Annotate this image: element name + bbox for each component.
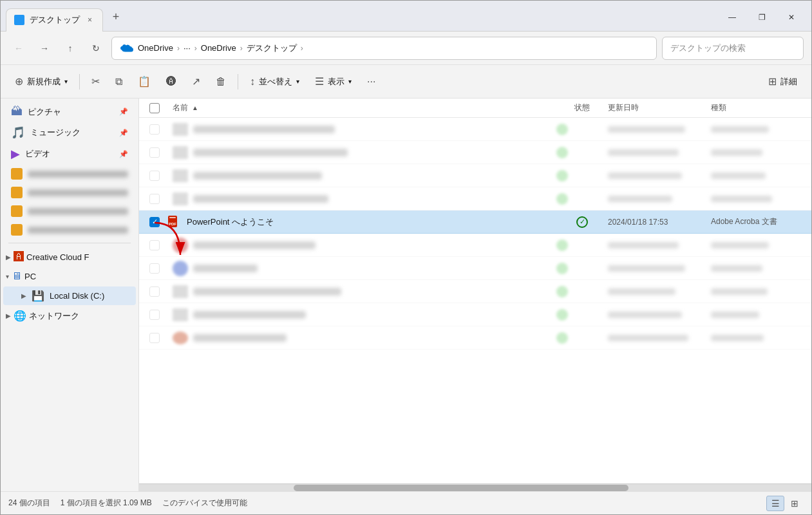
table-row[interactable] xyxy=(139,234,811,257)
sidebar-item-blurred-3[interactable] xyxy=(3,202,136,220)
row-checkbox[interactable] xyxy=(149,124,160,135)
table-row[interactable] xyxy=(139,141,811,164)
column-name[interactable]: 名前 ▲ xyxy=(173,102,556,113)
active-tab[interactable]: デスクトップ × xyxy=(6,8,103,32)
search-placeholder: デスクトップの検索 xyxy=(670,42,746,54)
list-view-button[interactable]: ☰ xyxy=(766,496,784,511)
cut-button[interactable]: ✂ xyxy=(85,71,106,91)
row-checkbox[interactable] xyxy=(149,194,160,204)
row-checkbox[interactable] xyxy=(149,147,160,158)
sidebar-item-blurred-4[interactable] xyxy=(3,221,136,239)
table-row-selected[interactable]: ✓ PDF PowerPoint へようこそ ✓ 2024/01/18 17:5… xyxy=(139,211,811,234)
breadcrumb-onedrive-2[interactable]: OneDrive xyxy=(201,43,236,53)
table-row[interactable] xyxy=(139,326,811,350)
breadcrumb[interactable]: OneDrive › ··· › OneDrive › デスクトップ › xyxy=(111,37,657,60)
row-checkbox[interactable] xyxy=(149,286,160,297)
sidebar-item-blurred-2[interactable] xyxy=(3,183,136,201)
sidebar-divider xyxy=(8,243,131,243)
file-icon-blurred xyxy=(173,169,188,182)
row-checkbox[interactable] xyxy=(149,171,160,181)
back-button[interactable]: ← xyxy=(8,38,29,59)
main-content: 🏔 ピクチャ 📌 🎵 ミュージック 📌 ▶ ビデオ 📌 xyxy=(1,98,811,491)
rename-button[interactable]: 🅐 xyxy=(160,72,183,91)
detail-button[interactable]: ⊞ 詳細 xyxy=(762,71,804,91)
row-checkbox[interactable] xyxy=(149,263,160,274)
pin-icon-video: 📌 xyxy=(119,150,128,158)
table-row[interactable] xyxy=(139,118,811,141)
new-tab-button[interactable]: + xyxy=(106,7,126,28)
scrollbar-thumb[interactable] xyxy=(294,485,628,491)
view-button[interactable]: ☰ 表示 ▾ xyxy=(308,71,358,91)
paste-button[interactable]: 📋 xyxy=(131,71,157,91)
expand-icon-pc: ▾ xyxy=(6,273,9,280)
sidebar-label-cc: Creative Cloud F xyxy=(26,252,90,262)
delete-button[interactable]: 🗑 xyxy=(209,72,232,91)
sort-arrow-icon: ▲ xyxy=(192,104,198,111)
refresh-button[interactable]: ↻ xyxy=(86,38,106,59)
sidebar-label-music: ミュージック xyxy=(30,127,80,138)
file-icon-blurred xyxy=(173,192,188,205)
up-button[interactable]: ↑ xyxy=(60,38,80,59)
sidebar-label-network: ネットワーク xyxy=(29,310,79,322)
file-icon-blurred xyxy=(173,285,188,298)
toolbar-separator-1 xyxy=(79,74,80,89)
table-row[interactable] xyxy=(139,280,811,303)
file-icon-blurred xyxy=(173,123,188,136)
folder-icon-3 xyxy=(11,205,23,217)
tab-close-button[interactable]: × xyxy=(85,14,95,26)
minimize-button[interactable]: — xyxy=(717,7,747,28)
close-button[interactable]: ✕ xyxy=(777,7,806,28)
breadcrumb-desktop[interactable]: デスクトップ xyxy=(247,42,297,54)
maximize-button[interactable]: ❐ xyxy=(747,7,777,28)
sidebar-item-local-disk[interactable]: ▶ 💾 Local Disk (C:) xyxy=(3,286,136,305)
file-icon-blurred-red xyxy=(173,238,188,253)
horizontal-scrollbar[interactable] xyxy=(139,483,811,491)
copy-button[interactable]: ⧉ xyxy=(109,72,129,91)
table-row[interactable] xyxy=(139,164,811,187)
network-icon: 🌐 xyxy=(14,310,26,322)
table-row[interactable] xyxy=(139,303,811,326)
select-all-checkbox[interactable] xyxy=(149,103,160,113)
search-box[interactable]: デスクトップの検索 xyxy=(662,37,804,60)
grid-view-button[interactable]: ⊞ xyxy=(786,496,804,511)
expand-icon-disk: ▶ xyxy=(21,292,26,299)
sidebar-item-music[interactable]: 🎵 ミュージック 📌 xyxy=(3,122,136,143)
breadcrumb-onedrive-1[interactable]: OneDrive xyxy=(138,43,173,53)
blurred-label-2 xyxy=(28,189,128,196)
share-icon: ↗ xyxy=(192,75,200,88)
sort-chevron-icon: ▾ xyxy=(296,78,299,85)
table-row[interactable] xyxy=(139,257,811,280)
file-list-header[interactable]: 名前 ▲ 状態 更新日時 種類 xyxy=(139,98,811,118)
forward-button[interactable]: → xyxy=(34,38,55,59)
sidebar-item-video[interactable]: ▶ ビデオ 📌 xyxy=(3,144,136,164)
toolbar-separator-2 xyxy=(238,74,238,89)
column-type[interactable]: 種類 xyxy=(711,102,801,113)
delete-icon: 🗑 xyxy=(216,76,226,88)
row-checkbox[interactable] xyxy=(149,310,160,320)
column-status[interactable]: 状態 xyxy=(556,102,608,113)
sidebar-section-network[interactable]: ▶ 🌐 ネットワーク xyxy=(1,306,138,326)
sidebar-section-pc[interactable]: ▾ 🖥 PC xyxy=(1,267,138,286)
view-label: 表示 xyxy=(328,76,345,88)
pdf-icon: PDF xyxy=(166,214,182,230)
breadcrumb-ellipsis[interactable]: ··· xyxy=(184,43,191,53)
more-button[interactable]: ··· xyxy=(361,72,382,91)
row-checkbox-selected[interactable]: ✓ xyxy=(149,217,160,227)
sort-button[interactable]: ↕ 並べ替え ▾ xyxy=(243,72,306,91)
detail-label: 詳細 xyxy=(780,76,797,88)
share-button[interactable]: ↗ xyxy=(185,71,207,91)
cc-icon: 🅰 xyxy=(14,251,24,263)
new-button[interactable]: ⊕ 新規作成 ▾ xyxy=(8,71,74,91)
sidebar-section-creative-cloud[interactable]: ▶ 🅰 Creative Cloud F xyxy=(1,247,138,267)
row-checkbox[interactable] xyxy=(149,240,160,250)
view-buttons: ☰ ⊞ xyxy=(766,496,804,511)
header-checkbox[interactable] xyxy=(149,103,166,113)
table-row[interactable] xyxy=(139,187,811,211)
column-date[interactable]: 更新日時 xyxy=(608,102,711,113)
item-count: 24 個の項目 xyxy=(8,498,50,509)
blurred-label-4 xyxy=(28,227,128,234)
row-checkbox[interactable] xyxy=(149,333,160,343)
sidebar-item-pictures[interactable]: 🏔 ピクチャ 📌 xyxy=(3,102,136,122)
toolbar: ⊕ 新規作成 ▾ ✂ ⧉ 📋 🅐 ↗ 🗑 ↕ 並べ替え ▾ ☰ 表示 ▾ ···… xyxy=(1,65,811,98)
sidebar-item-blurred-1[interactable] xyxy=(3,165,136,183)
